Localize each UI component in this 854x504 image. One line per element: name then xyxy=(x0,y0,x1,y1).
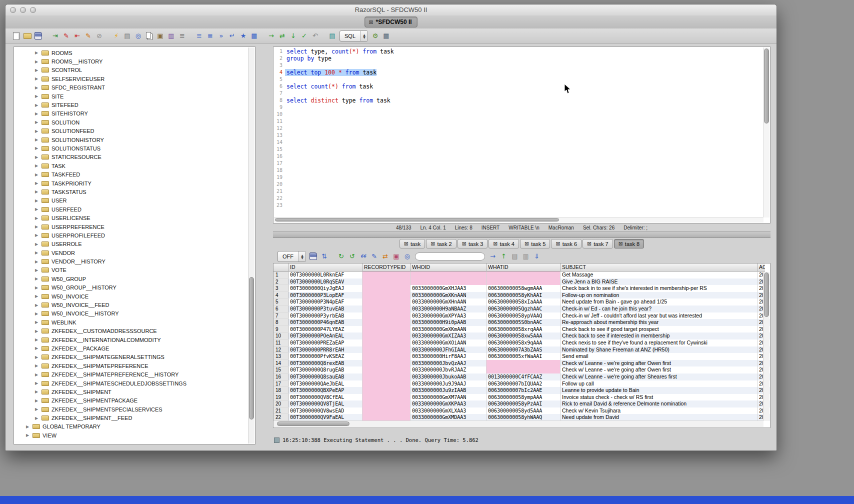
cell-subject[interactable]: Re-approach about membership this year xyxy=(560,319,758,326)
tree-item-userlicense[interactable]: ▶USERLICENSE xyxy=(14,214,255,222)
cell-subject[interactable]: Check w/ Leanne - we're going after Shea… xyxy=(560,374,758,380)
editor-line-23[interactable]: 23 xyxy=(274,202,770,209)
close-tab-icon[interactable]: ⊠ xyxy=(430,240,435,247)
tree-item-userprofilefeed[interactable]: ▶USERPROFILEFEED xyxy=(14,231,255,240)
tree-item-staticresource[interactable]: ▶STATICRESOURCE xyxy=(14,153,255,162)
row-number-cell[interactable]: 5 xyxy=(274,298,288,306)
cell-whatid[interactable]: 006300000058xrqAAA xyxy=(486,326,560,333)
editor-horizontal-scrollbar[interactable] xyxy=(274,217,764,222)
cell-recordtypeid[interactable] xyxy=(362,353,410,360)
grid-row-6[interactable]: 600T3000000P3tuvEAB0033000000H9aNBAAZ006… xyxy=(274,306,770,312)
tree-item-label[interactable]: ZKFEDEX__SHIPMENT__FEED xyxy=(52,415,132,421)
tree-item-label[interactable]: W50_INVOICE__FEED xyxy=(52,302,110,308)
tree-item-vendor-history[interactable]: ▶VENDOR__HISTORY xyxy=(14,257,255,266)
list-icon[interactable]: ≡ xyxy=(178,31,187,40)
disclosure-triangle-icon[interactable]: ▶ xyxy=(35,207,42,212)
disclosure-triangle-icon[interactable]: ▶ xyxy=(35,381,42,386)
code-text[interactable] xyxy=(285,104,286,111)
disclosure-triangle-icon[interactable]: ▶ xyxy=(35,260,42,264)
tree-item-label[interactable]: W50_INVOICE xyxy=(52,294,88,300)
column-header-whoid[interactable]: WHOID xyxy=(410,264,486,272)
tree-item-label[interactable]: SOLUTIONHISTORY xyxy=(52,137,104,143)
code-text[interactable] xyxy=(285,76,286,83)
cell-subject[interactable]: Rick to email David & reference Delmonte… xyxy=(560,400,758,408)
tree-item-solutionhistory[interactable]: ▶SOLUTIONHISTORY xyxy=(14,136,255,144)
tree-item-w50-invoice[interactable]: ▶W50_INVOICE xyxy=(14,292,255,300)
editor-vscroll-thumb[interactable] xyxy=(764,48,769,124)
grid-row-1[interactable]: 100T3000000L0RknEAFGet Massage200 xyxy=(274,272,770,278)
editor-line-12[interactable]: 12 xyxy=(274,125,770,132)
grid-row-16[interactable]: 1600T3000000Q8sauEAB0033000000JbukoAAB00… xyxy=(274,374,770,380)
cell-recordtypeid[interactable] xyxy=(362,400,410,408)
tree-item-label[interactable]: ZKFEDEX__CUSTOMADDRESSSOURCE xyxy=(52,328,157,334)
disclosure-triangle-icon[interactable]: ▶ xyxy=(35,164,42,168)
tree-item-label[interactable]: GLOBAL TEMPORARY xyxy=(42,424,100,430)
cell-whoid[interactable]: 0033000000Ju9zIAAB xyxy=(410,387,486,394)
new-file-icon[interactable] xyxy=(12,31,21,40)
cell-id[interactable]: 00T3000000P47LYEAZ xyxy=(288,326,362,333)
cell-id[interactable]: 00T3000000QAeJbEAL xyxy=(288,380,362,388)
disclosure-triangle-icon[interactable]: ▶ xyxy=(35,120,42,124)
disclosure-triangle-icon[interactable]: ▶ xyxy=(35,294,42,298)
cell-recordtypeid[interactable] xyxy=(362,380,410,388)
tree-item-solutionfeed[interactable]: ▶SOLUTIONFEED xyxy=(14,127,255,136)
tree-item-w50-group[interactable]: ▶W50_GROUP xyxy=(14,274,255,283)
grid-row-10[interactable]: 1000T3000000POeAnEAL0033000000GmXIZAA300… xyxy=(274,332,770,340)
code-text[interactable]: select type, count(*) from task xyxy=(285,48,394,55)
disclosure-triangle-icon[interactable]: ▶ xyxy=(35,338,42,342)
tree-item-label[interactable]: VENDOR__HISTORY xyxy=(52,258,106,264)
cell-id[interactable]: 00T3000000QiyJgEAJ xyxy=(288,285,362,292)
disclosure-triangle-icon[interactable]: ▶ xyxy=(35,346,42,350)
tree-item-rooms-history[interactable]: ▶ROOMS__HISTORY xyxy=(14,57,255,66)
tree-item-label[interactable]: VIEW xyxy=(42,432,56,438)
cell-id[interactable]: 00T3000000QV8TjEAL xyxy=(288,400,362,408)
cell-whatid[interactable]: 006300000058yPzAAI xyxy=(486,400,560,408)
cell-id[interactable]: 00T3000000Q8rugEAB xyxy=(288,366,362,374)
cell-id[interactable]: 00T3000000P3tuvEAB xyxy=(288,306,362,312)
row-number-cell[interactable]: 21 xyxy=(274,408,288,414)
cell-id[interactable]: 00T3000000POeAnEAL xyxy=(288,332,362,340)
cell-recordtypeid[interactable] xyxy=(362,340,410,346)
row-number-cell[interactable]: 14 xyxy=(274,360,288,367)
cell-subject[interactable]: Check nexis to see if they've found a re… xyxy=(560,340,758,346)
disclosure-triangle-icon[interactable]: ▶ xyxy=(35,112,42,116)
code-text[interactable] xyxy=(285,160,286,167)
result-tab-task-5[interactable]: ⊠task 5 xyxy=(520,239,550,248)
cell-subject[interactable]: Follow-up on nomination xyxy=(560,292,758,299)
editor-vertical-scrollbar[interactable] xyxy=(763,48,770,218)
tree-item-weblink[interactable]: ▶WEBLINK xyxy=(14,318,255,326)
disclosure-triangle-icon[interactable]: ▶ xyxy=(35,233,42,238)
tree-item-label[interactable]: SFDC_REGISTRANT xyxy=(52,84,105,90)
cell-subject[interactable]: Send email xyxy=(560,353,758,360)
cell-whoid[interactable]: 0033000000JbukoAAB xyxy=(410,374,486,380)
cell-recordtypeid[interactable] xyxy=(362,298,410,306)
row-number-cell[interactable]: 3 xyxy=(274,285,288,292)
tree-item-w50-invoice-history[interactable]: ▶W50_INVOICE__HISTORY xyxy=(14,310,255,318)
commit-check-icon[interactable]: ✓ xyxy=(300,31,309,40)
stepper-icon[interactable]: ▲▼ xyxy=(298,252,306,262)
tree-item-label[interactable]: ZKFEDEX__SHIPMENTPACKAGE xyxy=(52,398,138,404)
grid-row-2[interactable]: 200T3000000L0RqSEAVGive Jenn a BIG RAISE… xyxy=(274,278,770,286)
grid-row-9[interactable]: 900T3000000P47LYEAZ0033000000GmXKmAAN006… xyxy=(274,326,770,333)
table-search-input[interactable] xyxy=(415,252,485,260)
cell-subject[interactable]: Check w/ Leanne - we're going after Owen… xyxy=(560,360,758,367)
disclosure-triangle-icon[interactable]: ▶ xyxy=(35,312,42,316)
format-sql-icon[interactable]: ≡ xyxy=(194,31,204,40)
code-text[interactable] xyxy=(285,146,286,153)
editor-line-5[interactable]: 5 xyxy=(274,76,770,83)
cell-subject[interactable]: Need update from Bain - gave go ahead 1/… xyxy=(560,298,758,306)
tree-item-vote[interactable]: ▶VOTE xyxy=(14,266,255,274)
column-header-recordtypeid[interactable]: RECORDTYPEID xyxy=(362,264,410,272)
code-text[interactable] xyxy=(285,111,286,118)
auto-refresh-icon[interactable]: ↺ xyxy=(348,252,357,261)
close-tab-icon[interactable]: ⊠ xyxy=(587,240,592,247)
tree-item-w50-invoice-feed[interactable]: ▶W50_INVOICE__FEED xyxy=(14,300,255,309)
cell-subject[interactable]: Nominated by Shane Freeman at ANZ (HR50) xyxy=(560,346,758,354)
disclosure-triangle-icon[interactable]: ▶ xyxy=(35,94,42,98)
close-tab-icon[interactable]: ⊠ xyxy=(524,240,529,247)
cell-whatid[interactable]: 00630000007bIc2AAE xyxy=(486,387,560,394)
go-forward-icon[interactable]: → xyxy=(266,31,276,40)
cell-whoid[interactable]: 0033000000GmXPYAA3 xyxy=(410,312,486,320)
row-number-cell[interactable]: 2 xyxy=(274,278,288,286)
cell-whoid[interactable]: 0033000000GmXHnAAN xyxy=(410,298,486,306)
